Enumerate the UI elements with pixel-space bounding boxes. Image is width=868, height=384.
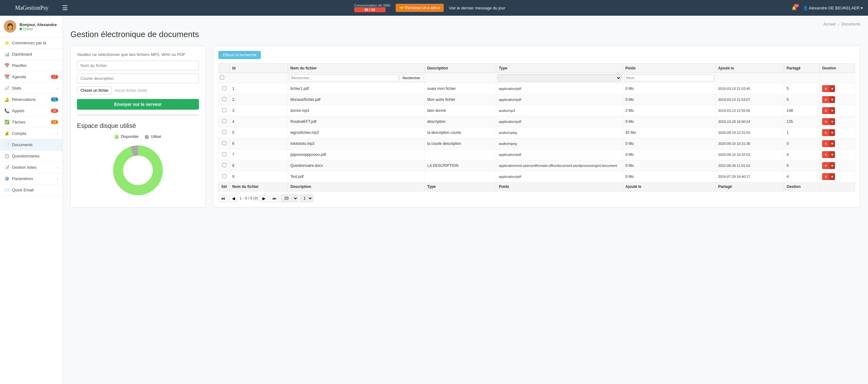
description-input[interactable] — [77, 73, 199, 83]
row-checkbox-cell — [219, 160, 230, 171]
sidebar-item-documents[interactable]: 📄 Documents — [0, 139, 63, 151]
breadcrumb-home[interactable]: Accueil — [824, 22, 836, 26]
per-page-select[interactable]: 20 50 100 — [281, 194, 298, 202]
row-checkbox[interactable] — [222, 119, 226, 123]
search-size-input[interactable] — [624, 74, 714, 82]
row-size: 0 Mo — [623, 149, 716, 160]
next-page-button[interactable]: ▶ — [260, 195, 268, 202]
sidebar-item-planifier[interactable]: 📅 Planifier — [0, 60, 63, 71]
action-dropdown-button[interactable]: ▾ — [829, 96, 835, 103]
action-main-button[interactable]: ≡ — [822, 151, 829, 158]
sidebar-item-reservations[interactable]: 🔔 Réservations 11 — [0, 94, 63, 105]
row-type: application/vnd.openxmlformats-officedoc… — [496, 160, 623, 171]
choose-file-button[interactable]: Choisir un fichier — [77, 87, 112, 95]
prev-page-button[interactable]: ◀ — [229, 195, 238, 202]
action-dropdown-button[interactable]: ▾ — [829, 140, 835, 147]
row-description: description — [425, 116, 496, 127]
sidebar-item-commencez[interactable]: ⭐ Commencez par là — [0, 37, 63, 49]
row-id: 5 — [230, 127, 288, 138]
row-checkbox[interactable] — [222, 163, 226, 167]
sidebar-item-label: Quick Email — [12, 188, 58, 192]
action-dropdown-button[interactable]: ▾ — [829, 107, 835, 114]
quick-email-icon: ✉️ — [4, 188, 9, 192]
row-filename: legrosfichier.mp3 — [287, 127, 425, 138]
main-content: Accueil › Documents Gestion électronique… — [63, 16, 868, 384]
row-checkbox[interactable] — [222, 152, 226, 156]
sidebar-item-label: Questionnaires — [12, 154, 58, 158]
row-added: 2019-03-13 21:53:07 — [715, 94, 784, 105]
hamburger-icon[interactable]: ☰ — [62, 4, 68, 12]
sidebar-item-compta[interactable]: 💰 Compta ‹ — [0, 128, 63, 139]
row-checkbox[interactable] — [222, 174, 226, 178]
upload-button[interactable]: Envoyer sur le serveur — [77, 99, 199, 110]
user-name: Bonjour, Alexandre — [20, 22, 57, 27]
action-main-button[interactable]: ≡ — [822, 96, 829, 103]
row-checkbox[interactable] — [222, 86, 226, 90]
clear-search-button[interactable]: Effacer la recherche — [218, 51, 261, 59]
search-type-select[interactable] — [497, 74, 621, 82]
row-checkbox[interactable] — [222, 141, 226, 145]
row-id: 8 — [230, 160, 288, 171]
sidebar-item-parametres[interactable]: ⚙️ Paramètres ‹ — [0, 173, 63, 185]
breadcrumb-separator: › — [838, 22, 839, 26]
legend-used: Utilisé — [145, 134, 161, 139]
search-filename-input[interactable] — [289, 74, 399, 82]
action-dropdown-button[interactable]: ▾ — [829, 118, 835, 125]
sidebar-item-questionnaires[interactable]: 📋 Questionnaires — [0, 151, 63, 162]
row-checkbox[interactable] — [222, 108, 226, 112]
sidebar-user: 👩 Bonjour, Alexandre Online — [0, 16, 63, 37]
bell-wrap[interactable]: 🔔 11 — [792, 6, 797, 10]
parrainez-button[interactable]: 🤝 Parrainez un.e ami.e — [396, 4, 444, 12]
last-message-link[interactable]: Voir le dernier message du jour — [449, 6, 505, 10]
action-main-button[interactable]: ≡ — [822, 140, 829, 147]
row-filename: dormir.mp3 — [287, 105, 425, 116]
first-page-button[interactable]: ⏮ — [218, 195, 227, 202]
sidebar-item-appels[interactable]: 📞 Appels 26 — [0, 105, 63, 117]
disk-title: Espace disque utilisé — [77, 122, 199, 129]
page-number-select[interactable]: 1 — [300, 194, 313, 202]
sidebar-item-dashboard[interactable]: 📊 Dashboard — [0, 49, 63, 60]
row-action: ≡ ▾ — [819, 160, 855, 171]
sidebar-item-label: Planifier — [12, 63, 58, 68]
action-dropdown-button[interactable]: ▾ — [829, 173, 835, 180]
action-main-button[interactable]: ≡ — [822, 173, 829, 180]
row-shared: 1 — [784, 127, 819, 138]
action-main-button[interactable]: ≡ — [822, 162, 829, 169]
action-dropdown-button[interactable]: ▾ — [829, 162, 835, 169]
sidebar-item-gestion-listes[interactable]: 📝 Gestion listes ‹ — [0, 162, 63, 173]
col-size: Poids — [623, 64, 716, 73]
action-main-button[interactable]: ≡ — [822, 107, 829, 114]
action-main-button[interactable]: ≡ — [822, 118, 829, 125]
action-dropdown-button[interactable]: ▾ — [829, 85, 835, 92]
filename-input[interactable] — [77, 61, 199, 70]
sidebar-item-label: Documents — [12, 142, 58, 147]
action-dropdown-button[interactable]: ▾ — [829, 151, 835, 158]
row-size: 42 Mo — [623, 127, 716, 138]
search-filename-button[interactable]: Rechercher — [400, 74, 423, 82]
action-dropdown-button[interactable]: ▾ — [829, 129, 835, 136]
row-added: 2019-10-28 18:00:24 — [715, 116, 784, 127]
bell-badge: 11 — [794, 4, 799, 7]
sidebar-item-stats[interactable]: 📈 Stats ‹ — [0, 83, 63, 94]
row-description: bien dormir — [425, 105, 496, 116]
user-menu[interactable]: 👤 Alexandre DE BEUKELAER ▾ — [803, 6, 863, 10]
used-color-dot — [145, 135, 149, 139]
row-checkbox[interactable] — [222, 97, 226, 101]
row-checkbox[interactable] — [222, 130, 226, 134]
left-panel: Veuillez ne sélectionner que des fichier… — [70, 45, 206, 207]
row-action: ≡ ▾ — [819, 127, 855, 138]
row-shared: 0 — [784, 160, 819, 171]
action-main-button[interactable]: ≡ — [822, 85, 829, 92]
sidebar-item-taches[interactable]: ✅ Tâches 11 — [0, 117, 63, 128]
foot-sel: Sél — [219, 182, 230, 191]
sidebar-item-quick-email[interactable]: ✉️ Quick Email — [0, 185, 63, 196]
content-grid: Veuillez ne sélectionner que des fichier… — [70, 45, 861, 207]
action-main-button[interactable]: ≡ — [822, 129, 829, 136]
last-page-button[interactable]: ⏭ — [270, 195, 279, 202]
sidebar-item-agenda[interactable]: 📆 Agenda 17 — [0, 71, 63, 83]
row-checkbox-cell — [219, 127, 230, 138]
row-type: application/pdf — [496, 171, 623, 182]
appels-icon: 📞 — [4, 108, 9, 113]
sidebar-item-label: Paramètres — [12, 176, 54, 181]
select-all-checkbox[interactable] — [220, 75, 224, 79]
